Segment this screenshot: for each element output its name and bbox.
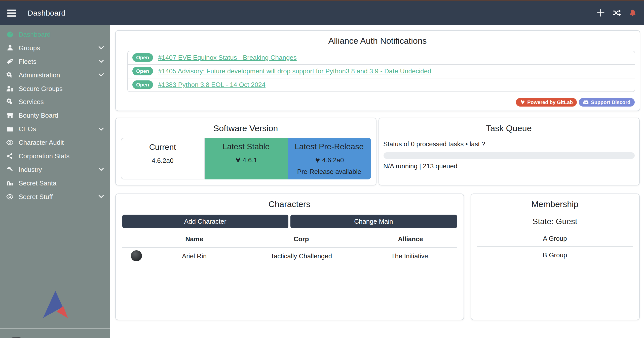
support-discord-badge[interactable]: Support Discord [579,98,634,106]
alliance-auth-dashboard: Dashboard Dashboard Groups [0,0,644,338]
store-icon [6,112,14,119]
sidebar-menu: Dashboard Groups Fleets Administration S… [0,25,110,203]
characters-body: Add Character Change Main Name Corp Alli… [116,215,463,264]
membership-title: Membership [471,194,639,210]
alliance-auth-notifications-panel: Alliance Auth Notifications Open #1407 E… [115,30,640,111]
task-queue-body: Status of 0 processed tasks • last ? N/A… [379,140,639,170]
characters-title: Characters [116,194,463,210]
gitlab-tanuki-icon [315,157,321,163]
main-content: Alliance Auth Notifications Open #1407 E… [110,25,644,338]
notifications-bell-icon[interactable] [628,9,636,17]
status-badge: Open [132,80,153,89]
software-version-title: Software Version [116,118,376,134]
change-main-button[interactable]: Change Main [290,215,457,228]
sidebar-divider [0,328,110,329]
user-lock-icon [6,85,14,92]
character-corp: Tactically Challenged [238,252,364,260]
cogs-icon [6,71,14,79]
alliance-column-header: Alliance [364,235,457,243]
membership-group-row: A Group [477,230,633,247]
notification-link[interactable]: #1383 Python 3.8 EOL - 14 Oct 2024 [158,81,266,88]
software-version-panel: Software Version Current 4.6.2a0 Latest … [115,118,376,185]
status-badge: Open [132,67,153,75]
stable-version-number: 4.6.1 [243,156,257,164]
characters-table-header: Name Corp Alliance [122,231,457,247]
prerelease-version-number: 4.6.2a0 [322,156,344,164]
sidebar-item-dashboard[interactable]: Dashboard [0,28,110,41]
sidebar: Dashboard Groups Fleets Administration S… [0,25,110,338]
character-row-avatar [131,250,142,261]
top-navbar: Dashboard [0,1,644,25]
notification-row: Open #1383 Python 3.8 EOL - 14 Oct 2024 [127,78,635,92]
share-icon [6,153,14,159]
notifications-footer-badges: Powered by GitLab Support Discord [516,98,634,106]
latest-prerelease-tile: Latest Pre-Release 4.6.2a0 Pre-Release a… [288,138,371,179]
version-tiles: Current 4.6.2a0 Latest Stable 4.6.1 Late… [121,138,371,179]
current-version-number: 4.6.2a0 [121,157,204,164]
name-column-header: Name [150,235,238,243]
cogs-icon [6,98,14,106]
avatar [5,337,27,338]
current-version-tile: Current 4.6.2a0 [121,138,205,179]
change-main-shuffle-icon[interactable] [612,9,621,17]
notifications-title: Alliance Auth Notifications [116,30,639,46]
sidebar-item-bounty-board[interactable]: Bounty Board [0,109,110,122]
sidebar-item-administration[interactable]: Administration [0,68,110,82]
hammer-icon [6,166,14,173]
navbar-actions [597,9,636,17]
characters-table: Name Corp Alliance Ariel Rin Tactically … [122,231,457,264]
chevron-down-icon [98,59,104,63]
task-queue-title: Task Queue [379,118,639,134]
chevron-down-icon [98,73,104,77]
notification-row: Open #1405 Advisory: Future development … [127,64,635,78]
sidebar-item-secret-stuff[interactable]: Secret Stuff [0,190,110,203]
chevron-down-icon [98,168,104,172]
task-queue-queue-line: N/A running | 213 queued [383,162,634,170]
chevron-down-icon [98,46,104,50]
corp-column-header: Corp [238,235,364,243]
add-character-button[interactable]: Add Character [122,215,288,228]
membership-state: State: Guest [471,217,639,226]
task-queue-panel: Task Queue Status of 0 processed tasks •… [378,118,639,185]
characters-panel: Characters Add Character Change Main Nam… [115,194,464,320]
tachometer-icon [6,31,14,38]
sidebar-item-industry[interactable]: Industry [0,163,110,176]
user-name: Ariel Rin [33,336,85,338]
notification-link[interactable]: #1407 EVE Equinox Status - Breaking Chan… [158,54,297,61]
sidebar-item-fleets[interactable]: Fleets [0,55,110,68]
sidebar-item-groups[interactable]: Groups [0,41,110,55]
characters-buttons: Add Character Change Main [122,215,457,228]
folder-icon [6,125,14,132]
user-icon [6,44,14,52]
gitlab-tanuki-icon [235,157,241,163]
add-character-icon[interactable] [597,9,604,17]
sidebar-item-character-audit[interactable]: Character Audit [0,136,110,149]
rocket-icon [6,58,14,65]
notification-link[interactable]: #1405 Advisory: Future development will … [158,67,431,75]
chevron-down-icon [98,195,104,199]
latest-stable-tile: Latest Stable 4.6.1 [205,138,288,179]
sidebar-item-secret-santa[interactable]: Secret Santa [0,176,110,190]
task-queue-progress-bar [383,152,634,159]
user-panel: Ariel Rin Tactically Challenged The Init… [0,333,110,338]
sidebar-item-secure-groups[interactable]: Secure Groups [0,82,110,95]
page-title: Dashboard [28,9,65,17]
sidebar-item-services[interactable]: Services [0,95,110,109]
powered-by-gitlab-badge[interactable]: Powered by GitLab [516,98,577,106]
chevron-down-icon [98,127,104,131]
notifications-list: Open #1407 EVE Equinox Status - Breaking… [127,51,635,92]
hamburger-menu-icon[interactable] [7,9,16,16]
eye-icon [6,139,14,146]
prerelease-note: Pre-Release available [288,168,371,175]
sidebar-item-ceos[interactable]: CEOs [0,122,110,136]
character-name: Ariel Rin [150,252,238,260]
eye-icon [6,193,14,200]
notification-row: Open #1407 EVE Equinox Status - Breaking… [127,51,635,65]
task-queue-status-line: Status of 0 processed tasks • last ? [383,140,634,148]
character-alliance: The Initiative. [364,252,457,260]
sidebar-item-corporation-stats[interactable]: Corporation Stats [0,149,110,163]
gifts-icon [6,179,14,186]
membership-group-row: B Group [477,247,633,263]
alliance-logo [0,290,110,319]
status-badge: Open [132,53,153,62]
